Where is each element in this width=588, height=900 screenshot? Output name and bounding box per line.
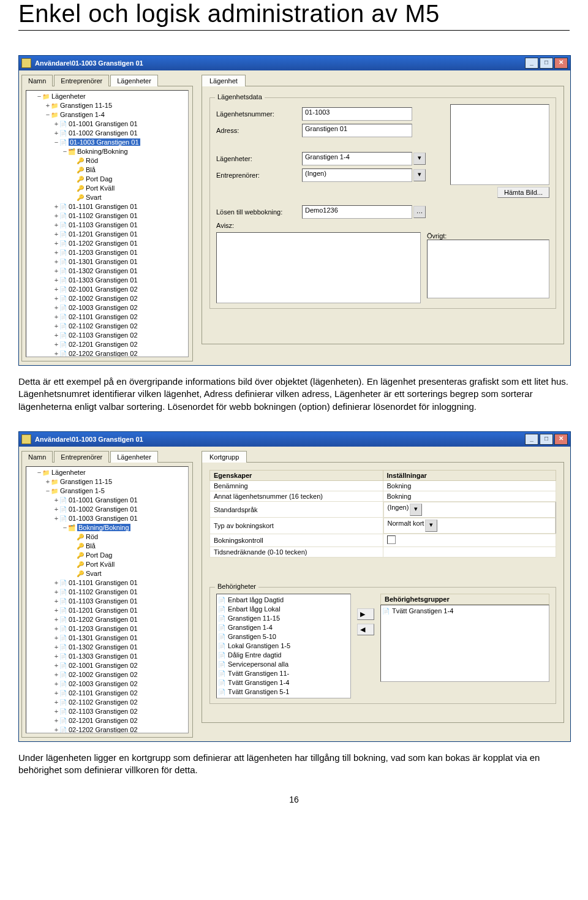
tree-key[interactable]: Port Dag [70,551,187,560]
table-row[interactable]: Bokningskontroll [210,534,556,546]
chevron-down-icon[interactable]: ▾ [425,520,437,532]
list-selected[interactable]: Tvätt Granstigen 1-4 [380,605,549,682]
tree-item[interactable]: +01-1103 Granstigen 01 [53,597,187,606]
tree-item[interactable]: +02-1103 Granstigen 02 [53,331,187,340]
textarea-ovrigt[interactable] [427,240,549,298]
tree-item[interactable]: +01-1201 Granstigen 01 [53,606,187,615]
tab-entreprenorer[interactable]: Entreprenörer [54,451,109,463]
tree-branch[interactable]: Granstigen 11-15 [60,102,112,109]
tree-item[interactable]: +01-1001 Granstigen 01 [53,496,187,505]
close-button[interactable]: ✕ [554,58,568,69]
close-button[interactable]: ✕ [554,434,568,445]
lookup-icon[interactable]: … [413,206,426,218]
chevron-down-icon[interactable]: ▾ [413,169,426,181]
tree-item[interactable]: +02-1102 Granstigen 02 [53,322,187,331]
tree-item[interactable]: +01-1002 Granstigen 01 [53,505,187,514]
tree-item[interactable]: +01-1201 Granstigen 01 [53,230,187,239]
table-row[interactable]: Annat lägenhetsnummer (16 tecken)Bokning [210,491,556,501]
list-item[interactable]: Lokal Granstigen 1-5 [218,641,349,651]
tree-key[interactable]: Röd [70,156,187,165]
tab-namn[interactable]: Namn [21,75,53,86]
tree-item[interactable]: +02-1002 Granstigen 02 [53,670,187,679]
input-losen[interactable]: Demo1236 [302,205,412,219]
tree-item[interactable]: +01-1303 Granstigen 01 [53,276,187,285]
tree-item[interactable]: +02-1001 Granstigen 02 [53,661,187,670]
tree-item[interactable]: +01-1302 Granstigen 01 [53,643,187,652]
tree-item[interactable]: +01-1301 Granstigen 01 [53,633,187,643]
list-item[interactable]: Dålig Entre dagtid [218,651,349,660]
list-item[interactable]: Tvätt Granstigen 5-1 [218,687,349,697]
tree-item[interactable]: +02-1003 Granstigen 02 [53,303,187,312]
maximize-button[interactable]: □ [540,434,553,445]
tab-entreprenorer[interactable]: Entreprenörer [54,75,109,86]
tree-item[interactable]: +02-1002 Granstigen 02 [53,294,187,303]
tree-root[interactable]: Lägenheter [51,93,86,100]
maximize-button[interactable]: □ [540,58,553,69]
tree-item[interactable]: +01-1102 Granstigen 01 [53,588,187,597]
tab-lagenheter[interactable]: Lägenheter [110,451,158,463]
tree-key[interactable]: Port Dag [70,175,187,184]
table-row[interactable]: Standardspråk(Ingen)▾ [210,501,556,518]
list-item[interactable]: Tvätt Granstigen 1-4 [382,607,548,616]
chevron-down-icon[interactable]: ▾ [410,504,422,516]
minimize-button[interactable]: _ [525,434,538,445]
tree-key[interactable]: Port Kväll [70,184,187,193]
tree-key[interactable]: Röd [70,532,187,542]
titlebar[interactable]: Användare\01-1003 Granstigen 01 _ □ ✕ [19,432,570,447]
select-lagenheter[interactable]: Granstigen 1-4 [302,152,412,165]
table-row[interactable]: Typ av bokningskortNormalt kort▾ [210,518,556,534]
tree-key[interactable]: Svart [70,569,187,578]
table-row[interactable]: Tidsnedräknande (0-10 tecken) [210,546,556,557]
chevron-down-icon[interactable]: ▾ [413,153,426,165]
tree-item[interactable]: +01-1101 Granstigen 01 [53,202,187,211]
select-entre[interactable]: (Ingen) [302,168,412,182]
remove-button[interactable]: ◀ [357,624,374,635]
list-item[interactable]: Enbart lågg Lokal [218,605,349,614]
tree-item[interactable]: +01-1002 Granstigen 01 [53,129,187,138]
list-item[interactable]: Tvätt Granstigen 1-4 [218,678,349,687]
tree-item[interactable]: +02-1202 Granstigen 02 [53,725,187,733]
tree-item[interactable]: +01-1001 Granstigen 01 [53,119,187,129]
add-button[interactable]: ▶ [357,608,374,620]
list-item[interactable]: Granstigen 1-4 [218,623,349,632]
tab-lagenheter[interactable]: Lägenheter [110,75,158,86]
tree-item[interactable]: +01-1103 Granstigen 01 [53,221,187,230]
tree-item-selected[interactable]: Bokning/Bokning [77,524,130,531]
tree-item[interactable]: +01-1003 Granstigen 01 [53,514,187,523]
tree-item[interactable]: +01-1301 Granstigen 01 [53,257,187,267]
list-item[interactable]: Granstigen 5-10 [218,632,349,641]
tree-item[interactable]: +01-1203 Granstigen 01 [53,248,187,257]
tree-key[interactable]: Port Kväll [70,560,187,569]
tab-lagenhet[interactable]: Lägenhet [202,75,246,86]
tree-item[interactable]: +01-1202 Granstigen 01 [53,615,187,624]
tree-item[interactable]: +02-1001 Granstigen 02 [53,285,187,294]
tab-namn[interactable]: Namn [21,451,53,463]
minimize-button[interactable]: _ [525,58,538,69]
fetch-image-button[interactable]: Hämta Bild... [497,187,549,198]
tree-view[interactable]: −Lägenheter +Granstigen 11-15 −Granstige… [26,90,189,357]
tab-kortgrupp[interactable]: Kortgrupp [202,451,247,463]
property-table[interactable]: Egenskaper Inställningar BenämningBoknin… [209,470,556,558]
tree-branch[interactable]: Granstigen 1-5 [60,487,105,494]
tree-item-selected[interactable]: 01-1003 Granstigen 01 [69,138,140,146]
tree-branch[interactable]: Granstigen 1-4 [60,111,105,118]
tree-root[interactable]: Lägenheter [51,469,86,476]
tree-item[interactable]: +01-1102 Granstigen 01 [53,211,187,221]
tree-item[interactable]: +01-1203 Granstigen 01 [53,624,187,633]
tree-item[interactable]: +02-1202 Granstigen 02 [53,349,187,357]
textarea-avisz[interactable] [216,232,421,303]
list-item[interactable]: Servicepersonal alla [218,660,349,669]
tree-item[interactable]: +02-1003 Granstigen 02 [53,679,187,689]
tree-item[interactable]: +01-1101 Granstigen 01 [53,578,187,588]
tree-item[interactable]: +01-1303 Granstigen 01 [53,652,187,661]
table-row[interactable]: BenämningBokning [210,480,556,491]
list-item[interactable]: Granstigen 11-15 [218,614,349,623]
tree-key[interactable]: Blå [70,165,187,175]
tree-item[interactable]: +02-1103 Granstigen 02 [53,707,187,716]
tree-view[interactable]: −Lägenheter +Granstigen 11-15 −Granstige… [26,466,189,733]
checkbox[interactable] [387,535,396,544]
tree-branch[interactable]: Granstigen 11-15 [60,478,112,485]
list-item[interactable]: Enbart lågg Dagtid [218,596,349,605]
titlebar[interactable]: Användare\01-1003 Granstigen 01 _ □ ✕ [19,56,570,70]
tree-item[interactable]: +02-1102 Granstigen 02 [53,698,187,707]
